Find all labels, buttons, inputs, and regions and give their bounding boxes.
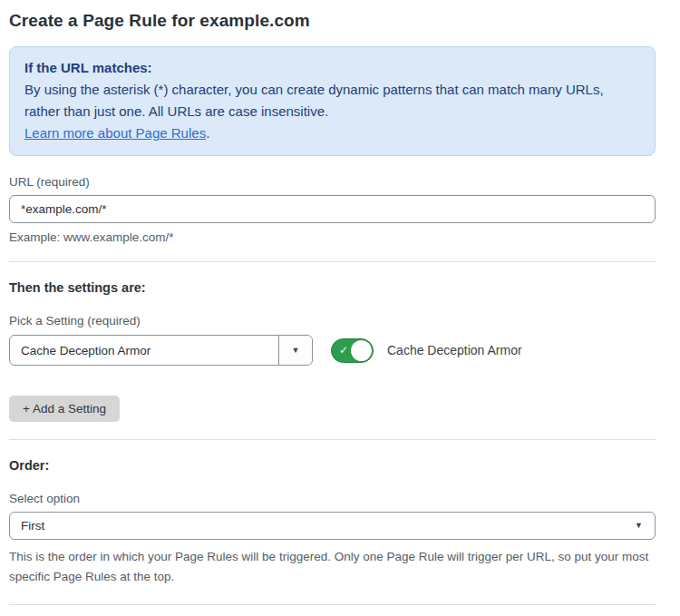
chevron-down-icon: ▼ bbox=[292, 347, 300, 355]
info-box-body: By using the asterisk (*) character, you… bbox=[24, 79, 640, 122]
page-title: Create a Page Rule for example.com bbox=[9, 11, 656, 31]
setting-row: Cache Deception Armor ▼ ✓ Cache Deceptio… bbox=[9, 335, 656, 366]
order-select-value: First bbox=[10, 519, 635, 533]
settings-section-heading: Then the settings are: bbox=[9, 280, 656, 295]
chevron-down-icon: ▼ bbox=[635, 522, 655, 530]
url-example-hint: Example: www.example.com/* bbox=[9, 230, 656, 244]
link-suffix: . bbox=[206, 125, 209, 141]
setting-select[interactable]: Cache Deception Armor ▼ bbox=[9, 335, 313, 366]
order-select-label: Select option bbox=[9, 492, 656, 505]
order-description: This is the order in which your Page Rul… bbox=[9, 547, 656, 587]
setting-select-value: Cache Deception Armor bbox=[10, 344, 278, 357]
order-select[interactable]: First ▼ bbox=[9, 512, 656, 540]
cache-deception-armor-toggle[interactable]: ✓ bbox=[331, 338, 374, 363]
setting-select-arrow-button[interactable]: ▼ bbox=[278, 336, 312, 365]
divider bbox=[9, 604, 656, 605]
learn-more-link[interactable]: Learn more about Page Rules bbox=[24, 125, 206, 141]
toggle-label: Cache Deception Armor bbox=[387, 343, 522, 357]
divider bbox=[9, 261, 656, 262]
divider bbox=[9, 439, 656, 440]
check-icon: ✓ bbox=[339, 345, 348, 356]
url-field-label: URL (required) bbox=[9, 175, 656, 189]
page-rule-form: Create a Page Rule for example.com If th… bbox=[9, 0, 656, 616]
url-input[interactable] bbox=[9, 195, 656, 223]
add-setting-button[interactable]: + Add a Setting bbox=[9, 396, 120, 422]
url-match-info-box: If the URL matches: By using the asteris… bbox=[9, 46, 656, 156]
info-box-link-line: Learn more about Page Rules. bbox=[24, 122, 640, 144]
order-section-heading: Order: bbox=[9, 458, 656, 473]
setting-picker-label: Pick a Setting (required) bbox=[9, 314, 656, 328]
toggle-knob bbox=[351, 340, 372, 361]
info-box-heading: If the URL matches: bbox=[24, 57, 640, 79]
